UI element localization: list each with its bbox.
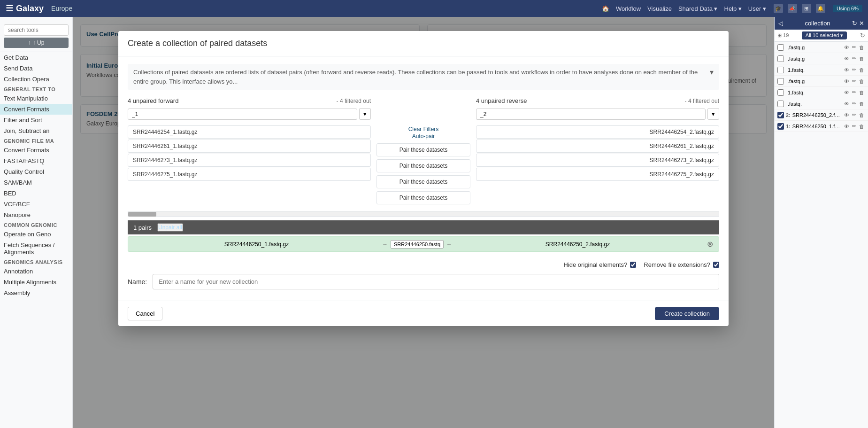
search-input[interactable]: [4, 24, 69, 36]
history-item-checkbox[interactable]: [777, 55, 784, 62]
eye-icon[interactable]: 👁: [843, 44, 850, 51]
delete-icon[interactable]: 🗑: [858, 44, 865, 51]
sidebar-item-annotation[interactable]: Annotation: [0, 266, 72, 277]
edit-icon[interactable]: ✏: [851, 44, 857, 51]
create-collection-button[interactable]: Create collection: [655, 307, 719, 320]
name-input[interactable]: [153, 274, 719, 289]
sidebar-item-bed[interactable]: BED: [0, 188, 72, 199]
delete-icon[interactable]: 🗑: [858, 66, 865, 73]
nav-visualize[interactable]: Visualize: [647, 5, 672, 12]
auto-pair-button[interactable]: Auto-pair: [412, 133, 435, 140]
sidebar-item-text-manipulatio[interactable]: Text Manipulatio: [0, 93, 72, 104]
forward-dataset-3[interactable]: SRR24446275_1.fastq.gz: [128, 168, 371, 181]
nav-shared-data[interactable]: Shared Data ▾: [678, 5, 718, 12]
megaphone-icon[interactable]: 📣: [788, 4, 797, 13]
grid-apps-icon[interactable]: ⊞: [802, 4, 811, 13]
eye-icon[interactable]: 👁: [843, 123, 850, 130]
history-item-checkbox[interactable]: [777, 44, 784, 51]
edit-icon[interactable]: ✏: [851, 55, 857, 62]
reverse-dataset-0[interactable]: SRR24446254_2.fastq.gz: [476, 125, 719, 139]
clear-filters-button[interactable]: Clear Filters: [408, 126, 439, 132]
horizontal-scrollbar[interactable]: [128, 211, 719, 217]
delete-icon[interactable]: 🗑: [858, 78, 865, 85]
cancel-button[interactable]: Cancel: [128, 307, 162, 320]
delete-icon[interactable]: 🗑: [858, 100, 865, 107]
sidebar-item-fetch-sequences---alignments[interactable]: Fetch Sequences / Alignments: [0, 240, 72, 257]
reverse-dataset-1[interactable]: SRR24446261_2.fastq.gz: [476, 140, 719, 153]
sidebar-item-operate-on-geno[interactable]: Operate on Geno: [0, 229, 72, 240]
eye-icon[interactable]: 👁: [843, 78, 850, 85]
paired-forward-name: SRR24446250_1.fastq.gz: [134, 241, 379, 248]
unlink-pair-button[interactable]: ⊗: [707, 240, 713, 249]
all-selected-badge[interactable]: All 10 selected ▾: [802, 31, 847, 39]
sidebar-item-sam-bam[interactable]: SAM/BAM: [0, 177, 72, 188]
forward-filter-input[interactable]: [128, 109, 357, 120]
hide-original-checkbox[interactable]: [630, 262, 636, 268]
sidebar-item-filter-and-sort[interactable]: Filter and Sort: [0, 115, 72, 125]
eye-icon[interactable]: 👁: [843, 55, 850, 62]
upload-button[interactable]: ↑ ↑ Up: [4, 38, 69, 48]
bell-icon[interactable]: 🔔: [816, 4, 825, 13]
pair-button-3[interactable]: Pair these datasets: [376, 191, 470, 204]
history-item-checkbox[interactable]: [777, 101, 784, 107]
nav-workflow[interactable]: Workflow: [616, 5, 641, 12]
eye-icon[interactable]: 👁: [843, 111, 850, 118]
reverse-dataset-2[interactable]: SRR24446273_2.fastq.gz: [476, 154, 719, 167]
pair-button-2[interactable]: Pair these datasets: [376, 175, 470, 188]
history-item-checkbox[interactable]: [777, 67, 784, 73]
sidebar-item-send-data[interactable]: Send Data: [0, 63, 72, 74]
sidebar-item-convert-formats[interactable]: Convert Formats: [0, 145, 72, 156]
refresh-history-icon[interactable]: ↻: [860, 32, 865, 39]
description-chevron-button[interactable]: ▾: [710, 68, 714, 77]
center-links: Clear Filters Auto-pair: [408, 125, 439, 140]
eye-icon[interactable]: 👁: [843, 100, 850, 107]
nav-home-icon[interactable]: 🏠: [602, 5, 609, 12]
history-item-checkbox[interactable]: [777, 112, 784, 118]
sidebar-item-assembly[interactable]: Assembly: [0, 288, 72, 298]
reverse-filter-dropdown[interactable]: ▾: [707, 108, 719, 120]
edit-icon[interactable]: ✏: [851, 123, 857, 130]
sidebar-item-fasta-fastq[interactable]: FASTA/FASTQ: [0, 156, 72, 166]
delete-icon[interactable]: 🗑: [858, 89, 865, 96]
refresh-icon[interactable]: ↻: [852, 20, 857, 27]
brand-logo[interactable]: ☰ Galaxy: [6, 3, 44, 14]
history-item-checkbox[interactable]: [777, 89, 784, 96]
sidebar-item-multiple-alignments[interactable]: Multiple Alignments: [0, 277, 72, 288]
nav-user[interactable]: User ▾: [748, 5, 766, 12]
reverse-filter-input[interactable]: [476, 109, 706, 120]
edit-icon[interactable]: ✏: [851, 111, 857, 118]
remove-extensions-checkbox[interactable]: [713, 262, 719, 268]
history-item-checkbox[interactable]: [777, 78, 784, 85]
edit-icon[interactable]: ✏: [851, 89, 857, 96]
delete-icon[interactable]: 🗑: [858, 111, 865, 118]
forward-dataset-2[interactable]: SRR24446273_1.fastq.gz: [128, 154, 371, 167]
eye-icon[interactable]: 👁: [843, 66, 850, 73]
sidebar-item-collection-opera[interactable]: Collection Opera: [0, 74, 72, 85]
delete-icon[interactable]: 🗑: [858, 123, 865, 130]
eye-icon[interactable]: 👁: [843, 89, 850, 96]
sidebar-item-quality-control[interactable]: Quality Control: [0, 166, 72, 177]
forward-filter-dropdown[interactable]: ▾: [359, 108, 371, 120]
edit-icon[interactable]: ✏: [851, 66, 857, 73]
sidebar-item-vcf-bcf[interactable]: VCF/BCF: [0, 199, 72, 210]
mortarboard-icon[interactable]: 🎓: [774, 4, 783, 13]
history-item-name: .fastq.g: [788, 45, 841, 50]
history-item: 2:SRR24446250_2.fastq.gz👁✏🗑: [775, 109, 868, 121]
edit-icon[interactable]: ✏: [851, 78, 857, 85]
paired-middle-name[interactable]: SRR24446250.fastq: [391, 240, 444, 249]
delete-icon[interactable]: 🗑: [858, 55, 865, 62]
pair-button-0[interactable]: Pair these datasets: [376, 143, 470, 156]
panel-close-icon[interactable]: ✕: [859, 20, 864, 27]
reverse-dataset-3[interactable]: SRR24446275_2.fastq.gz: [476, 168, 719, 181]
nav-help[interactable]: Help ▾: [724, 5, 742, 12]
unpair-all-button[interactable]: Unpair all: [157, 223, 183, 232]
edit-icon[interactable]: ✏: [851, 100, 857, 107]
pair-button-1[interactable]: Pair these datasets: [376, 159, 470, 172]
sidebar-item-get-data[interactable]: Get Data: [0, 52, 72, 63]
sidebar-item-convert-formats[interactable]: Convert Formats: [0, 104, 72, 115]
sidebar-item-join,-subtract-an[interactable]: Join, Subtract an: [0, 125, 72, 136]
forward-dataset-1[interactable]: SRR24446261_1.fastq.gz: [128, 140, 371, 153]
history-item-checkbox[interactable]: [777, 123, 784, 130]
forward-dataset-0[interactable]: SRR24446254_1.fastq.gz: [128, 125, 371, 139]
sidebar-item-nanopore[interactable]: Nanopore: [0, 210, 72, 220]
